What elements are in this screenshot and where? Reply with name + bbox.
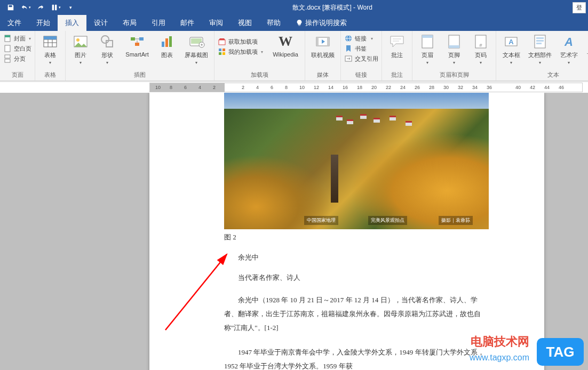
comment-icon [388,33,406,50]
pictures-button[interactable]: 图片▾ [69,33,92,65]
undo-button[interactable]: ▾ [19,1,32,14]
svg-rect-29 [219,52,221,55]
svg-rect-41 [422,35,433,38]
link-button[interactable]: 链接▾ [344,34,378,43]
page-number-button[interactable]: # 页码▾ [469,33,492,65]
header-button[interactable]: 页眉▾ [416,33,439,65]
doc-heading-1: 余光中 [224,253,491,262]
table-button[interactable]: 表格▾ [38,33,62,65]
group-media: 联机视频 媒体 [305,31,341,81]
tab-insert[interactable]: 插入 [58,15,86,31]
svg-rect-49 [536,37,544,39]
touch-mode-button[interactable]: ▾ [49,1,62,14]
ribbon-tabs: 文件 开始 插入 设计 布局 引用 邮件 审阅 视图 帮助 操作说明搜索 [0,15,588,31]
watermark-url: www.tagxp.com [470,353,529,363]
page: 中国国家地理 完美风景观拍点 摄影｜袁蓉荪 图 2 余光中 当代著名作家、诗人 … [149,93,544,370]
group-label-addins: 加载项 [218,70,301,81]
svg-rect-12 [44,36,57,39]
ruler-area: 1086422468101214161820222426283032343640… [0,82,588,93]
blank-page-button[interactable]: 空白页 [3,44,31,53]
title-bar: ▾ ▾ ▾ 散文.docx [兼容模式] - Word 登 [0,0,588,15]
get-addins-button[interactable]: 获取加载项 [218,37,263,46]
wordart-button[interactable]: A 艺术字▾ [557,33,581,65]
svg-rect-16 [106,41,113,47]
horizontal-ruler[interactable]: 1086422468101214161820222426283032343640… [149,83,583,92]
drop-cap-button[interactable]: A 首字下 [584,33,588,59]
wordart-icon: A [560,33,577,50]
svg-rect-32 [316,37,319,46]
chart-button[interactable]: 图表 [155,33,179,59]
watermark-text: 电脑技术网 [471,334,529,350]
cross-ref-icon [344,54,353,63]
tab-mailings[interactable]: 邮件 [173,15,202,31]
svg-rect-4 [5,45,10,52]
svg-rect-21 [165,38,168,47]
tab-view[interactable]: 视图 [231,15,259,31]
store-icon [218,37,226,46]
tab-layout[interactable]: 布局 [115,15,144,31]
svg-point-14 [76,38,80,42]
textbox-icon: A [503,33,520,50]
svg-rect-18 [139,37,144,41]
my-addins-button[interactable]: 我的加载项▾ [218,47,263,56]
image-caption: 图 2 [224,232,491,242]
tab-file[interactable]: 文件 [0,15,29,31]
group-label-text: 文本 [499,70,588,81]
group-label-media: 媒体 [308,70,337,81]
document-image[interactable]: 中国国家地理 完美风景观拍点 摄影｜袁蓉荪 [224,93,489,229]
tab-design[interactable]: 设计 [86,15,115,31]
tab-review[interactable]: 审阅 [202,15,231,31]
footer-button[interactable]: 页脚▾ [442,33,466,65]
doc-paragraph-1: 余光中（1928 年 10 月 21 日～2017 年 12 月 14 日），当… [224,293,491,335]
online-video-button[interactable]: 联机视频 [308,33,337,59]
group-label-tables: 表格 [38,70,62,81]
svg-rect-28 [223,49,225,51]
comment-button[interactable]: 批注 [385,33,409,59]
shapes-icon [99,33,116,50]
svg-rect-5 [5,55,10,58]
wikipedia-icon: W [277,33,294,50]
group-addins: 获取加载项 我的加载项▾ W Wikipedia 加载项 [214,31,305,81]
svg-point-15 [101,36,109,43]
tab-tell-me[interactable]: 操作说明搜索 [288,15,354,31]
image-badge-left: 中国国家地理 [304,216,338,225]
group-label-links: 链接 [344,70,378,81]
screenshot-button[interactable]: 屏幕截图▾ [182,33,211,65]
redo-button[interactable] [34,1,47,14]
cover-page-button[interactable]: 封面▾ [3,34,31,43]
group-label-headerfooter: 页眉和页脚 [416,70,492,81]
group-pages: 封面▾ 空白页 分页 页面 [0,31,35,81]
smartart-button[interactable]: SmartArt [122,33,152,58]
group-label-illustrations: 插图 [69,70,211,81]
page-break-icon [3,54,12,63]
group-label-pages: 页面 [3,70,31,81]
qat-customize-button[interactable]: ▾ [64,1,77,14]
cover-page-icon [3,34,12,43]
smartart-icon [129,33,146,50]
bookmark-button[interactable]: 书签 [344,44,378,53]
video-icon [314,33,331,50]
table-icon [42,33,59,50]
tab-home[interactable]: 开始 [29,15,58,31]
quick-parts-icon [531,33,549,50]
svg-text:#: # [479,43,482,48]
wikipedia-button[interactable]: W Wikipedia [269,33,301,58]
svg-text:A: A [564,35,573,49]
group-text: A 文本框▾ 文档部件▾ A 艺术字▾ A 首字下 文本 [496,31,588,81]
svg-rect-17 [131,37,135,41]
svg-rect-3 [5,35,10,37]
svg-text:A: A [508,38,514,46]
footer-icon [446,33,463,50]
login-button[interactable]: 登 [573,2,586,13]
tab-references[interactable]: 引用 [144,15,173,31]
save-button[interactable] [4,1,17,14]
page-break-button[interactable]: 分页 [3,54,31,63]
textbox-button[interactable]: A 文本框▾ [499,33,523,65]
group-links: 链接▾ 书签 交叉引用 链接 [341,31,382,81]
tab-help[interactable]: 帮助 [259,15,288,31]
shapes-button[interactable]: 形状▾ [96,33,119,65]
quick-parts-button[interactable]: 文档部件▾ [526,33,554,65]
tag-badge: TAG [537,338,584,366]
doc-heading-2: 当代著名作家、诗人 [224,273,491,283]
cross-ref-button[interactable]: 交叉引用 [344,54,378,63]
